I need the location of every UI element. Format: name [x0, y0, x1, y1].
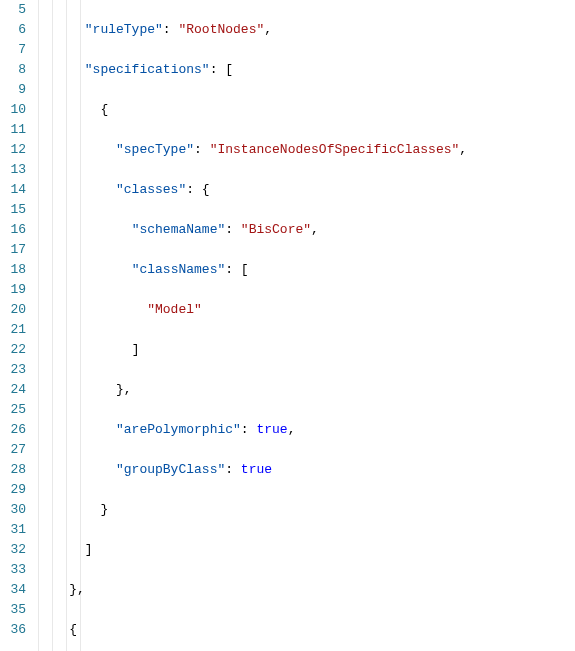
- line-number: 25: [0, 400, 26, 420]
- json-key: "specType": [116, 142, 194, 157]
- line-number-gutter: 5 6 7 8 9 10 11 12 13 14 15 16 17 18 19 …: [0, 0, 38, 651]
- json-string: "BisCore": [241, 222, 311, 237]
- line-number: 14: [0, 180, 26, 200]
- code-line[interactable]: }: [38, 500, 575, 520]
- line-number: 33: [0, 560, 26, 580]
- code-line[interactable]: "classNames": [: [38, 260, 575, 280]
- json-punct: ]: [132, 342, 140, 357]
- line-number: 16: [0, 220, 26, 240]
- line-number: 34: [0, 580, 26, 600]
- code-line[interactable]: {: [38, 100, 575, 120]
- code-line[interactable]: "groupByClass": true: [38, 460, 575, 480]
- line-number: 32: [0, 540, 26, 560]
- line-number: 36: [0, 620, 26, 640]
- json-punct: :: [225, 222, 241, 237]
- json-punct: {: [69, 622, 77, 637]
- json-punct: :: [225, 462, 241, 477]
- line-number: 8: [0, 60, 26, 80]
- line-number: 31: [0, 520, 26, 540]
- line-number: 11: [0, 120, 26, 140]
- json-key: "ruleType": [85, 22, 163, 37]
- line-number: 26: [0, 420, 26, 440]
- code-line[interactable]: {: [38, 620, 575, 640]
- line-number: 13: [0, 160, 26, 180]
- line-number: 15: [0, 200, 26, 220]
- json-punct: :: [163, 22, 179, 37]
- line-number: 18: [0, 260, 26, 280]
- json-punct: :: [210, 62, 226, 77]
- json-punct: ,: [264, 22, 272, 37]
- code-line[interactable]: },: [38, 380, 575, 400]
- code-line[interactable]: "Model": [38, 300, 575, 320]
- json-key: "schemaName": [132, 222, 226, 237]
- json-key: "specifications": [85, 62, 210, 77]
- line-number: 35: [0, 600, 26, 620]
- json-punct: }: [100, 502, 108, 517]
- json-punct: ,: [124, 382, 132, 397]
- json-literal: true: [256, 422, 287, 437]
- json-punct: ,: [311, 222, 319, 237]
- code-line[interactable]: },: [38, 580, 575, 600]
- code-line[interactable]: ]: [38, 340, 575, 360]
- json-literal: true: [241, 462, 272, 477]
- json-punct: ]: [85, 542, 93, 557]
- line-number: 23: [0, 360, 26, 380]
- code-line[interactable]: "ruleType": "RootNodes",: [38, 20, 575, 40]
- line-number: 9: [0, 80, 26, 100]
- json-punct: {: [202, 182, 210, 197]
- json-punct: ,: [459, 142, 467, 157]
- json-punct: {: [100, 102, 108, 117]
- line-number: 10: [0, 100, 26, 120]
- json-string: "Model": [147, 302, 202, 317]
- code-line[interactable]: "classes": {: [38, 180, 575, 200]
- json-string: "RootNodes": [178, 22, 264, 37]
- json-key: "classes": [116, 182, 186, 197]
- line-number: 7: [0, 40, 26, 60]
- line-number: 19: [0, 280, 26, 300]
- code-lines[interactable]: "ruleType": "RootNodes", "specifications…: [38, 0, 575, 651]
- line-number: 22: [0, 340, 26, 360]
- line-number: 21: [0, 320, 26, 340]
- json-key: "classNames": [132, 262, 226, 277]
- line-number: 17: [0, 240, 26, 260]
- json-string: "InstanceNodesOfSpecificClasses": [210, 142, 460, 157]
- json-punct: :: [225, 262, 241, 277]
- code-line[interactable]: "schemaName": "BisCore",: [38, 220, 575, 240]
- json-punct: :: [194, 142, 210, 157]
- json-punct: }: [116, 382, 124, 397]
- line-number: 5: [0, 0, 26, 20]
- code-editor[interactable]: 5 6 7 8 9 10 11 12 13 14 15 16 17 18 19 …: [0, 0, 575, 651]
- line-number: 29: [0, 480, 26, 500]
- code-line[interactable]: ]: [38, 540, 575, 560]
- json-punct: [: [241, 262, 249, 277]
- json-key: "arePolymorphic": [116, 422, 241, 437]
- json-punct: :: [241, 422, 257, 437]
- line-number: 28: [0, 460, 26, 480]
- line-number: 12: [0, 140, 26, 160]
- code-line[interactable]: "arePolymorphic": true,: [38, 420, 575, 440]
- line-number: 20: [0, 300, 26, 320]
- json-key: "groupByClass": [116, 462, 225, 477]
- code-content[interactable]: "ruleType": "RootNodes", "specifications…: [38, 0, 575, 651]
- code-line[interactable]: "specifications": [: [38, 60, 575, 80]
- json-punct: :: [186, 182, 202, 197]
- line-number: 24: [0, 380, 26, 400]
- line-number: 30: [0, 500, 26, 520]
- line-number: 6: [0, 20, 26, 40]
- json-punct: }: [69, 582, 77, 597]
- json-punct: ,: [77, 582, 85, 597]
- code-line[interactable]: "specType": "InstanceNodesOfSpecificClas…: [38, 140, 575, 160]
- json-punct: ,: [288, 422, 296, 437]
- line-number: 27: [0, 440, 26, 460]
- json-punct: [: [225, 62, 233, 77]
